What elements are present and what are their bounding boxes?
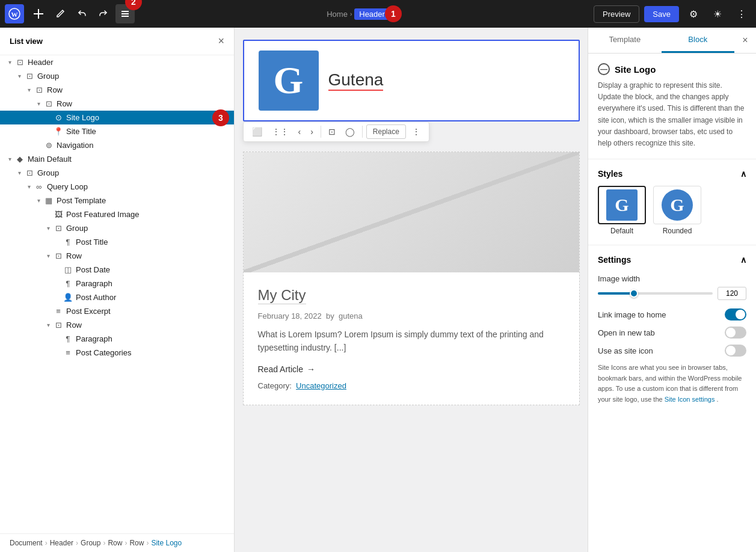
row4-label: Row <box>66 320 82 330</box>
image-width-slider-thumb[interactable] <box>630 289 638 298</box>
tab-block[interactable]: Block <box>662 28 735 53</box>
tree-item-post-template[interactable]: ▾ ▦ Post Template <box>0 194 234 207</box>
settings-collapse-icon[interactable]: ∧ <box>740 255 746 265</box>
logo-nav-prev-button[interactable]: ‹ <box>295 124 305 139</box>
link-home-toggle[interactable] <box>725 308 746 320</box>
expand-group1[interactable]: ▾ <box>14 73 24 79</box>
tree-item-post-title[interactable]: ¶ Post Title <box>0 235 234 249</box>
tree-item-post-categories[interactable]: ≡ Post Categories <box>0 346 234 360</box>
tree-item-header[interactable]: ▾ ⊡ Header <box>0 55 234 69</box>
group2-label: Group <box>37 168 59 177</box>
tree-item-row2[interactable]: ▾ ⊡ Row <box>0 97 234 111</box>
link-home-label: Link image to home <box>598 310 666 319</box>
site-logo-canvas[interactable]: G <box>259 51 319 111</box>
tree-item-paragraph2[interactable]: ¶ Paragraph <box>0 332 234 346</box>
tree-item-group3[interactable]: ▾ ⊡ Group <box>0 221 234 235</box>
main-default-label: Main Default <box>28 155 72 164</box>
image-width-slider-row <box>598 287 746 300</box>
expand-header[interactable]: ▾ <box>5 59 14 66</box>
post-author-canvas: gutena <box>339 311 363 320</box>
logo-more-button[interactable]: ⋮ <box>408 124 424 139</box>
group3-label: Group <box>66 224 88 233</box>
svg-rect-3 <box>34 13 43 14</box>
post-title-label: Post Title <box>76 238 108 247</box>
canvas-header-block: G Gutena <box>243 40 580 121</box>
expand-post-template[interactable]: ▾ <box>34 197 43 204</box>
logo-nav-next-button[interactable]: › <box>307 124 317 139</box>
tree-item-group2[interactable]: ▾ ⊡ Group <box>0 166 234 180</box>
tree-item-group1[interactable]: ▾ ⊡ Group <box>0 69 234 83</box>
post-categories-icon: ≡ <box>63 348 73 357</box>
breadcrumb-home[interactable]: Home <box>327 10 348 19</box>
tree-item-site-title[interactable]: 📍 Site Title <box>0 124 234 138</box>
expand-group3[interactable]: ▾ <box>43 225 53 232</box>
row1-label: Row <box>47 85 63 94</box>
tree-item-row4[interactable]: ▾ ⊡ Row <box>0 318 234 332</box>
row2-label: Row <box>57 99 72 108</box>
save-button[interactable]: Save <box>644 6 679 22</box>
main-default-icon: ◆ <box>14 155 25 164</box>
style-default-g: G <box>615 195 628 215</box>
expand-row2[interactable]: ▾ <box>34 100 43 107</box>
category-value[interactable]: Uncategorized <box>296 381 346 390</box>
site-icon-toggle[interactable] <box>725 345 746 357</box>
style-default-thumb: G <box>598 186 646 224</box>
badge-3: 3 <box>212 109 229 126</box>
styles-collapse-icon[interactable]: ∧ <box>740 169 746 179</box>
more-options-button[interactable]: ⋮ <box>732 4 751 23</box>
expand-row4[interactable]: ▾ <box>43 322 53 328</box>
site-icon-settings-link[interactable]: Site Icon settings <box>665 396 715 403</box>
tree-item-paragraph[interactable]: ¶ Paragraph <box>0 277 234 290</box>
logo-crop-button[interactable]: ⊡ <box>325 124 339 139</box>
tree-item-query-loop[interactable]: ▾ ∞ Query Loop <box>0 180 234 194</box>
expand-main-default[interactable]: ▾ <box>5 156 14 162</box>
wordpress-logo-button[interactable]: W <box>5 4 24 23</box>
paragraph2-label: Paragraph <box>76 334 112 343</box>
post-author-icon: 👤 <box>63 293 73 302</box>
image-width-input[interactable] <box>718 287 746 300</box>
undo-button[interactable] <box>72 4 91 23</box>
post-featured-image-canvas <box>244 152 579 272</box>
logo-select-button[interactable]: ◯ <box>342 124 358 139</box>
top-toolbar: W 2 Home › Header ⌄ 1 <box>0 0 756 28</box>
post-categories-label: Post Categories <box>76 348 132 357</box>
site-title-canvas: Gutena <box>328 70 384 91</box>
image-width-slider-track[interactable] <box>598 292 713 295</box>
tree-item-site-logo[interactable]: ⊙ Site Logo 3 <box>0 111 234 124</box>
edit-button[interactable] <box>51 4 70 23</box>
preview-button[interactable]: Preview <box>594 5 639 23</box>
style-rounded-option[interactable]: G Rounded <box>653 186 701 235</box>
expand-row3[interactable]: ▾ <box>43 253 53 259</box>
tree-item-post-excerpt[interactable]: ≡ Post Excerpt <box>0 304 234 318</box>
appearance-button[interactable]: ☀ <box>708 4 727 23</box>
navigation-label: Navigation <box>57 141 93 150</box>
right-panel-close-button[interactable]: × <box>734 35 756 46</box>
expand-group2[interactable]: ▾ <box>14 170 24 176</box>
row2-icon: ⊡ <box>43 99 54 108</box>
tab-template[interactable]: Template <box>588 28 662 53</box>
site-logo-label: Site Logo <box>66 113 99 122</box>
expand-query-loop[interactable]: ▾ <box>24 183 34 190</box>
logo-frame-button[interactable]: ⬜ <box>248 124 266 139</box>
settings-button[interactable]: ⚙ <box>684 4 703 23</box>
tree-item-post-date[interactable]: ◫ Post Date <box>0 263 234 277</box>
settings-title-text: Settings <box>598 255 631 265</box>
redo-button[interactable] <box>94 4 113 23</box>
tree-item-navigation[interactable]: ⊚ Navigation <box>0 138 234 152</box>
tree-item-row3[interactable]: ▾ ⊡ Row <box>0 249 234 263</box>
list-view-tree: ▾ ⊡ Header ▾ ⊡ Group ▾ ⊡ Row ▾ ⊡ Row <box>0 55 234 533</box>
add-block-button[interactable] <box>29 4 48 23</box>
style-default-label: Default <box>610 227 633 235</box>
style-default-option[interactable]: G Default <box>598 186 646 235</box>
tree-item-main-default[interactable]: ▾ ◆ Main Default <box>0 152 234 166</box>
tree-item-post-featured-image[interactable]: 🖼 Post Featured Image <box>0 207 234 221</box>
link-home-toggle-row: Link image to home <box>598 308 746 320</box>
logo-replace-button[interactable]: Replace <box>366 124 406 139</box>
expand-row1[interactable]: ▾ <box>24 87 34 93</box>
logo-drag-button[interactable]: ⋮⋮ <box>268 124 292 139</box>
new-tab-toggle[interactable] <box>725 327 746 339</box>
tree-item-row1[interactable]: ▾ ⊡ Row <box>0 83 234 97</box>
list-view-close-button[interactable]: × <box>218 35 224 48</box>
styles-title-text: Styles <box>598 169 622 179</box>
tree-item-post-author[interactable]: 👤 Post Author <box>0 290 234 304</box>
